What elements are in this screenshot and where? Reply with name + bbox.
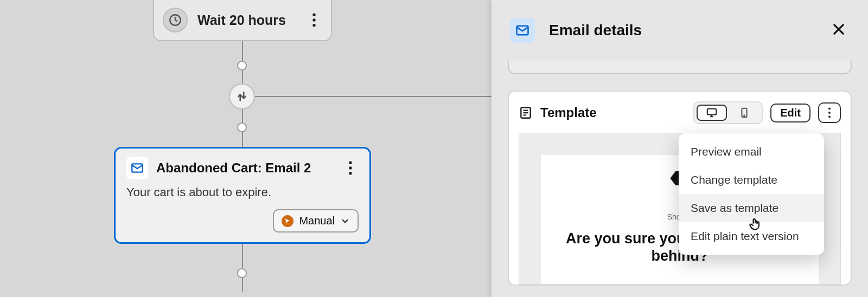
pointer-cursor-icon [748, 217, 763, 234]
branch-node[interactable] [229, 83, 255, 109]
template-options-menu: Preview email Change template Save as te… [679, 133, 824, 255]
email-icon [510, 18, 535, 43]
svg-point-13 [828, 108, 831, 110]
panel-title: Email details [549, 22, 817, 39]
menu-item-change-template[interactable]: Change template [679, 166, 824, 194]
add-step-dot[interactable] [237, 122, 247, 132]
desktop-view-button[interactable] [697, 105, 727, 121]
template-more-button[interactable] [818, 102, 841, 123]
svg-point-2 [312, 18, 315, 21]
wait-node-label: Wait 20 hours [197, 12, 296, 28]
preview-device-toggle [693, 101, 763, 124]
template-section-title: Template [540, 105, 686, 120]
svg-point-15 [828, 116, 831, 118]
svg-point-7 [349, 172, 352, 175]
panel-header: Email details [492, 0, 868, 61]
svg-point-5 [349, 162, 352, 164]
send-mode-chip[interactable]: Manual [273, 209, 359, 233]
email-node-subtitle: Your cart is about to expire. [126, 185, 359, 199]
email-icon [126, 157, 148, 179]
wait-node[interactable]: Wait 20 hours [153, 0, 332, 41]
email-node-title: Abandoned Cart: Email 2 [156, 160, 334, 176]
edit-template-button[interactable]: Edit [770, 104, 810, 122]
chevron-down-icon [340, 216, 350, 226]
clock-icon [163, 8, 188, 33]
svg-point-12 [744, 115, 745, 117]
cursor-click-icon [282, 215, 293, 227]
svg-point-14 [828, 112, 831, 114]
app-stage: Wait 20 hours Abandoned Cart: Email 2 Yo… [0, 0, 868, 297]
close-panel-button[interactable] [831, 22, 846, 39]
chip-label: Manual [299, 215, 335, 227]
connector-branch [242, 96, 492, 97]
collapsed-card[interactable] [508, 61, 852, 74]
mobile-view-button[interactable] [729, 105, 760, 121]
wait-node-more-button[interactable] [306, 13, 322, 27]
svg-point-6 [349, 166, 352, 169]
template-icon [519, 106, 533, 120]
menu-item-preview-email[interactable]: Preview email [679, 138, 824, 166]
email-node-more-button[interactable] [342, 161, 359, 175]
add-step-dot[interactable] [237, 268, 247, 278]
email-node-selected[interactable]: Abandoned Cart: Email 2 Your cart is abo… [114, 147, 371, 244]
svg-point-1 [312, 14, 315, 16]
add-step-dot[interactable] [237, 61, 247, 70]
svg-point-3 [312, 24, 315, 27]
svg-rect-10 [707, 109, 717, 115]
